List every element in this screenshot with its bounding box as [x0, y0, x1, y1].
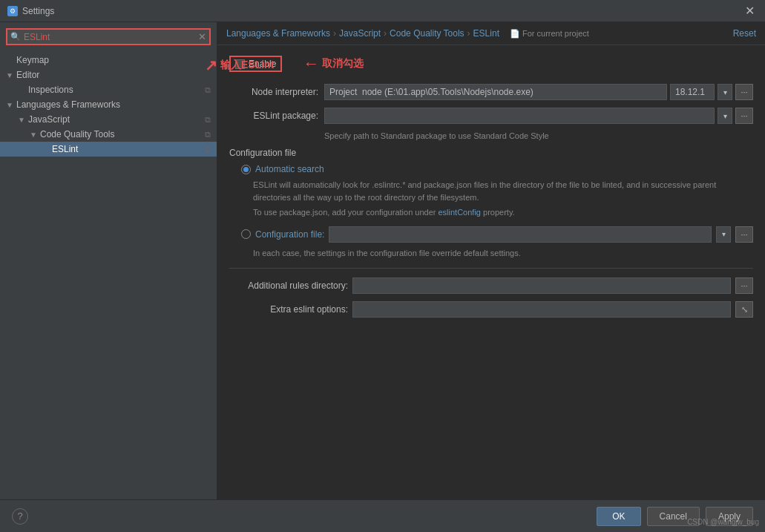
config-file-more-btn[interactable]: ··· — [735, 226, 753, 243]
code-quality-copy-icon: ⧉ — [205, 130, 211, 139]
search-icon: 🔍 — [10, 32, 21, 42]
eslint-copy-icon: ⧉ — [205, 145, 211, 154]
cancel-button[interactable]: Cancel — [647, 507, 700, 526]
extra-eslint-expand-btn[interactable]: ⤡ — [735, 301, 753, 318]
node-interpreter-label: Node interpreter: — [229, 87, 318, 97]
auto-desc-1: ESLint will automatically look for .esli… — [253, 179, 753, 203]
ok-button[interactable]: OK — [597, 507, 640, 526]
arrow-left-icon: ← — [303, 54, 319, 73]
breadcrumb-eslint: ESLint — [473, 28, 499, 39]
breadcrumb-left: Languages & Frameworks › JavaScript › Co… — [226, 28, 589, 39]
sidebar-item-eslint[interactable]: ESLint ⧉ — [0, 142, 217, 157]
node-interpreter-more-btn[interactable]: ··· — [735, 84, 753, 100]
eslint-package-input-group: ▾ ··· — [324, 108, 753, 124]
breadcrumb-code-quality: Code Quality Tools — [390, 28, 464, 39]
extra-eslint-label: Extra eslint options: — [229, 304, 348, 315]
automatic-search-row: Automatic search — [229, 164, 753, 174]
apply-button[interactable]: Apply — [706, 507, 753, 526]
help-button[interactable]: ? — [12, 508, 28, 525]
cancel-check-annotation: 取消勾选 — [322, 57, 364, 70]
form-content: Enable ← 取消勾选 Node interpreter: Project … — [217, 45, 765, 499]
eslint-label: ESLint — [52, 144, 202, 154]
config-file-section-label: Configuration file — [229, 148, 753, 158]
automatic-search-label: Automatic search — [255, 164, 324, 174]
node-interpreter-input[interactable]: Project node (E:\01.app\05.Tools\Nodejs\… — [324, 84, 667, 100]
main-container: 🔍 ✕ Keymap ▼ Editor Inspections ⧉ ▼ Lang… — [0, 22, 765, 499]
separator — [229, 268, 753, 269]
sidebar-item-code-quality[interactable]: ▼ Code Quality Tools ⧉ — [0, 127, 217, 142]
node-interpreter-input-group: Project node (E:\01.app\05.Tools\Nodejs\… — [324, 84, 753, 100]
keymap-label: Keymap — [16, 55, 211, 65]
auto-search-description: ESLint will automatically look for .esli… — [229, 179, 753, 219]
enable-checkbox-wrapper: Enable — [229, 56, 282, 72]
sidebar-item-javascript[interactable]: ▼ JavaScript ⧉ — [0, 112, 217, 127]
breadcrumb-project: 📄 For current project — [510, 29, 589, 39]
eslint-package-more-btn[interactable]: ··· — [735, 108, 753, 124]
bottom-bar: ? OK Cancel Apply — [0, 499, 765, 532]
config-file-radio-row: Configuration file: ▾ ··· — [229, 226, 753, 243]
window-title: Settings — [22, 6, 54, 16]
enable-label[interactable]: Enable — [249, 59, 276, 69]
eslint-package-row: ESLint package: ▾ ··· — [229, 108, 753, 124]
search-wrapper: 🔍 ✕ — [6, 28, 211, 45]
config-file-dropdown[interactable]: ▾ — [716, 226, 731, 243]
sep3: › — [467, 28, 470, 39]
override-note-container: In each case, the settings in the config… — [229, 247, 753, 260]
override-note: In each case, the settings in the config… — [253, 247, 753, 260]
file-icon: 📄 — [510, 29, 520, 39]
eslint-package-label: ESLint package: — [229, 111, 318, 121]
nav-tree: Keymap ▼ Editor Inspections ⧉ ▼ Language… — [0, 51, 217, 499]
extra-eslint-row: Extra eslint options: ⤡ — [229, 301, 753, 318]
breadcrumb: Languages & Frameworks › JavaScript › Co… — [217, 22, 765, 45]
sidebar-item-keymap[interactable]: Keymap — [0, 53, 217, 68]
eslint-package-dropdown[interactable]: ▾ — [718, 108, 732, 124]
languages-arrow: ▼ — [6, 101, 13, 109]
config-file-radio-label: Configuration file: — [255, 229, 324, 240]
auto-desc-2: To use package.json, add your configurat… — [253, 206, 753, 219]
sep2: › — [384, 28, 387, 39]
code-quality-label: Code Quality Tools — [40, 129, 202, 139]
reset-button[interactable]: Reset — [733, 28, 756, 39]
eslint-package-hint: Specify path to Standard package to use … — [229, 131, 753, 140]
enable-annotation: ← 取消勾选 — [303, 54, 364, 73]
editor-label: Editor — [16, 70, 211, 80]
config-file-path-input[interactable] — [329, 226, 712, 243]
node-version-input[interactable]: 18.12.1 — [670, 84, 715, 100]
sidebar: 🔍 ✕ Keymap ▼ Editor Inspections ⧉ ▼ Lang… — [0, 22, 217, 499]
config-file-radio[interactable] — [241, 229, 251, 239]
breadcrumb-languages: Languages & Frameworks — [226, 28, 330, 39]
search-input[interactable] — [24, 32, 195, 42]
inspections-label: Inspections — [28, 85, 202, 95]
breadcrumb-javascript: JavaScript — [339, 28, 381, 39]
enable-row: Enable ← 取消勾选 — [229, 54, 753, 73]
javascript-arrow: ▼ — [18, 116, 25, 124]
additional-rules-row: Additional rules directory: ··· — [229, 278, 753, 294]
node-version-dropdown[interactable]: ▾ — [718, 84, 732, 100]
additional-rules-label: Additional rules directory: — [229, 280, 348, 291]
sep1: › — [333, 28, 336, 39]
eslintconfig-link: eslintConfig — [439, 208, 481, 217]
bottom-buttons: OK Cancel Apply — [597, 507, 753, 526]
close-button[interactable]: ✕ — [742, 4, 758, 19]
sidebar-item-languages[interactable]: ▼ Languages & Frameworks — [0, 97, 217, 112]
additional-rules-input[interactable] — [352, 278, 731, 294]
extra-eslint-input[interactable] — [352, 301, 731, 318]
javascript-label: JavaScript — [28, 114, 202, 125]
sidebar-item-editor[interactable]: ▼ Editor — [0, 68, 217, 82]
eslint-package-input[interactable] — [324, 108, 715, 124]
enable-checkbox[interactable] — [235, 59, 245, 69]
javascript-copy-icon: ⧉ — [205, 115, 211, 125]
content-area: Languages & Frameworks › JavaScript › Co… — [217, 22, 765, 499]
code-quality-arrow: ▼ — [30, 131, 37, 139]
search-clear-icon[interactable]: ✕ — [198, 31, 206, 42]
editor-arrow: ▼ — [6, 71, 13, 79]
settings-icon: ⚙ — [7, 6, 18, 16]
languages-label: Languages & Frameworks — [16, 99, 211, 110]
sidebar-item-inspections[interactable]: Inspections ⧉ — [0, 82, 217, 97]
additional-rules-more-btn[interactable]: ··· — [735, 278, 753, 294]
inspections-copy-icon: ⧉ — [205, 85, 211, 95]
node-interpreter-row: Node interpreter: Project node (E:\01.ap… — [229, 84, 753, 100]
automatic-search-radio[interactable] — [241, 165, 251, 174]
title-bar: ⚙ Settings ✕ — [0, 0, 765, 22]
title-bar-left: ⚙ Settings — [7, 6, 54, 16]
